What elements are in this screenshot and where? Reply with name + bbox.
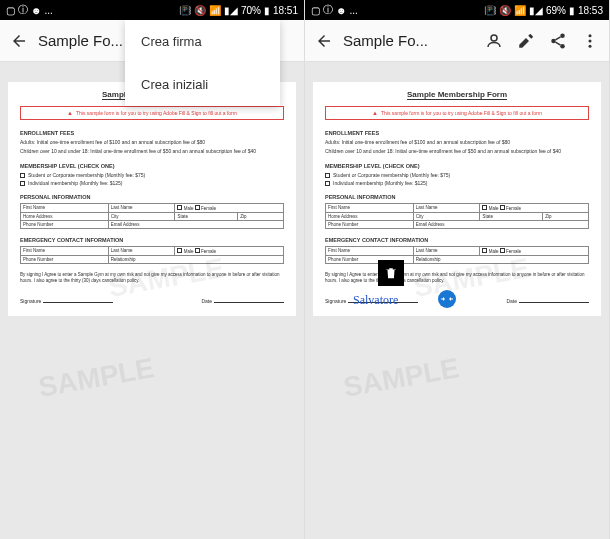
document-viewport[interactable]: SAMPLE SAMPLE Sample Membership Form ▲Th… — [305, 62, 609, 539]
checkbox[interactable] — [325, 181, 330, 186]
field-label[interactable]: Email Address — [108, 221, 283, 229]
field-label[interactable]: Last Name — [108, 247, 175, 256]
field-label[interactable]: Home Address — [21, 213, 109, 221]
checkbox[interactable] — [500, 205, 505, 210]
field-label[interactable]: Relationship — [413, 256, 588, 264]
battery-icon: ▮ — [569, 5, 575, 16]
gender-cell: Male Female — [480, 247, 589, 256]
back-icon[interactable] — [315, 32, 333, 50]
checkbox[interactable] — [482, 248, 487, 253]
personal-table: First NameLast Name Male Female Home Add… — [325, 203, 589, 229]
notif-icon: ⓘ — [18, 3, 28, 17]
resize-arrows-icon — [441, 293, 453, 305]
field-label[interactable]: City — [108, 213, 175, 221]
field-label[interactable]: Last Name — [413, 247, 480, 256]
disclaimer-text: By signing I Agree to enter a Sample Gym… — [325, 272, 589, 284]
trash-icon — [384, 266, 398, 280]
field-label[interactable]: Phone Number — [326, 221, 414, 229]
notif-dots: ... — [45, 5, 53, 16]
info-banner: ▲This sample form is for you to try usin… — [20, 106, 284, 120]
sign-pen-icon[interactable] — [517, 32, 535, 50]
field-label[interactable]: Phone Number — [21, 221, 109, 229]
svg-point-0 — [491, 35, 497, 41]
page-title: Sample Fo... — [343, 32, 475, 49]
field-label[interactable]: Last Name — [108, 204, 175, 213]
checkbox-label: Individual membership (Monthly fee: $125… — [333, 180, 428, 186]
watermark: SAMPLE — [341, 352, 461, 404]
checkbox[interactable] — [195, 205, 200, 210]
section-heading: EMERGENCY CONTACT INFORMATION — [325, 237, 589, 243]
field-label[interactable]: Home Address — [326, 213, 414, 221]
document-page[interactable]: SAMPLE SAMPLE Sample Membership Form ▲Th… — [313, 82, 601, 316]
checkbox[interactable] — [482, 205, 487, 210]
checkbox[interactable] — [325, 173, 330, 178]
section-heading: ENROLLMENT FEES — [20, 130, 284, 136]
section-heading: EMERGENCY CONTACT INFORMATION — [20, 237, 284, 243]
date-line[interactable] — [519, 302, 589, 303]
checkbox[interactable] — [500, 248, 505, 253]
svg-point-6 — [589, 44, 592, 47]
field-label[interactable]: First Name — [21, 247, 109, 256]
battery-text: 69% — [546, 5, 566, 16]
notif-icon: ⓘ — [323, 3, 333, 17]
section-heading: ENROLLMENT FEES — [325, 130, 589, 136]
section-heading: MEMBERSHIP LEVEL (CHECK ONE) — [325, 163, 589, 169]
vibrate-icon: 📳 — [179, 5, 191, 16]
document-viewport[interactable]: SAMPLE SAMPLE Sample Membership Form ▲Th… — [0, 62, 304, 539]
share-icon[interactable] — [549, 32, 567, 50]
menu-create-initials[interactable]: Crea iniziali — [125, 63, 280, 106]
phone-screen-right: ▢ ⓘ ☻ ... 📳 🔇 📶 ▮◢ 69% ▮ 18:53 Sample Fo… — [305, 0, 610, 539]
date-label: Date — [201, 298, 284, 304]
field-label[interactable]: Relationship — [108, 256, 283, 264]
status-bar: ▢ ⓘ ☻ ... 📳 🔇 📶 ▮◢ 69% ▮ 18:53 — [305, 0, 609, 20]
field-label[interactable]: Phone Number — [21, 256, 109, 264]
field-label[interactable]: Zip — [543, 213, 589, 221]
overflow-icon[interactable] — [581, 32, 599, 50]
signal-icon: ▮◢ — [529, 5, 543, 16]
document-page[interactable]: SAMPLE SAMPLE Sample Membership Form ▲Th… — [8, 82, 296, 316]
info-banner: ▲This sample form is for you to try usin… — [325, 106, 589, 120]
gender-cell: Male Female — [175, 204, 284, 213]
section-heading: MEMBERSHIP LEVEL (CHECK ONE) — [20, 163, 284, 169]
section-heading: PERSONAL INFORMATION — [20, 194, 284, 200]
watermark: SAMPLE — [36, 352, 156, 404]
wifi-icon: 📶 — [514, 5, 526, 16]
phone-screen-left: ▢ ⓘ ☻ ... 📳 🔇 📶 ▮◢ 70% ▮ 18:51 Sample Fo… — [0, 0, 305, 539]
field-label[interactable]: State — [480, 213, 543, 221]
field-label[interactable]: First Name — [326, 204, 414, 213]
menu-create-signature[interactable]: Crea firma — [125, 20, 280, 63]
field-label[interactable]: State — [175, 213, 238, 221]
profile-icon[interactable] — [485, 32, 503, 50]
checkbox[interactable] — [20, 173, 25, 178]
delete-signature-button[interactable] — [378, 260, 404, 286]
checkbox[interactable] — [177, 248, 182, 253]
placed-signature[interactable]: Salvatore — [353, 293, 398, 308]
banner-text: This sample form is for you to try using… — [76, 110, 237, 116]
checkbox[interactable] — [20, 181, 25, 186]
svg-point-3 — [560, 44, 565, 49]
signature-resize-handle[interactable] — [438, 290, 456, 308]
field-label[interactable]: First Name — [326, 247, 414, 256]
signature-line[interactable] — [43, 302, 113, 303]
field-label[interactable]: Zip — [238, 213, 284, 221]
checkbox[interactable] — [177, 205, 182, 210]
svg-point-1 — [560, 33, 565, 38]
field-label[interactable]: First Name — [21, 204, 109, 213]
fee-text: Children over 10 and under 18: Initial o… — [20, 148, 284, 155]
fee-text: Adults: Initial one-time enrollment fee … — [325, 139, 589, 146]
emergency-table: First NameLast Name Male Female Phone Nu… — [325, 246, 589, 264]
field-label[interactable]: Email Address — [413, 221, 588, 229]
svg-point-4 — [589, 34, 592, 37]
date-line[interactable] — [214, 302, 284, 303]
gender-cell: Male Female — [175, 247, 284, 256]
field-label[interactable]: City — [413, 213, 480, 221]
field-label[interactable]: Last Name — [413, 204, 480, 213]
app-bar: Sample Fo... — [305, 20, 609, 62]
battery-icon: ▮ — [264, 5, 270, 16]
vibrate-icon: 📳 — [484, 5, 496, 16]
checkbox-label: Individual membership (Monthly fee: $125… — [28, 180, 123, 186]
date-label: Date — [506, 298, 589, 304]
back-icon[interactable] — [10, 32, 28, 50]
checkbox[interactable] — [195, 248, 200, 253]
notif-icon: ▢ — [6, 5, 15, 16]
